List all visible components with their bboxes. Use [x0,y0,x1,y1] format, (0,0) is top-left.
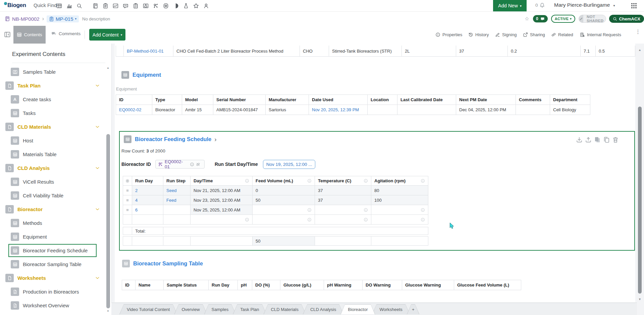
equipment-column-header[interactable]: Date Used [309,94,368,105]
tasklist-icon[interactable] [133,3,139,9]
sampling-column-header[interactable]: DO (%) [252,280,280,290]
chevron-down-icon[interactable] [95,83,100,88]
info-icon[interactable] [421,179,425,183]
barchart-icon[interactable] [66,3,72,9]
feeding-cell[interactable]: 2 [132,186,163,195]
equipment-column-header[interactable]: Type [152,94,182,105]
collapse-panel-icon[interactable] [4,31,11,38]
user-menu[interactable]: Mary Pierce-Burlingame ▾ [554,2,615,8]
tab-contents[interactable]: Contents [13,26,46,44]
sidebar-scrollbar-thumb[interactable] [106,134,110,308]
sidebar-item-worksheets[interactable]: Worksheets [0,271,105,285]
biogen-logo[interactable]: Biogen [4,2,26,9]
equipment-column-header[interactable]: Location [368,94,397,105]
sampling-column-header[interactable]: Glucose Warning [402,280,454,290]
sampling-column-header[interactable]: pH Warning [324,280,363,290]
scroll-down-arrow[interactable]: ▼ [637,298,643,301]
equipment-column-header[interactable]: Serial Number [213,94,266,105]
scrollbar-thumb[interactable] [638,107,642,294]
feeding-column-header[interactable]: Agitation (rpm) [371,176,428,186]
sheet-tab-bioreactor[interactable]: Bioreactor [340,304,375,314]
info-icon[interactable] [307,179,312,183]
feeding-row[interactable]: ≡4FeedNov 23, 2025, 12:00 AM5037100 [123,195,428,205]
sampling-column-header[interactable]: Glucose (g/L) [280,280,324,290]
feeding-cell[interactable] [315,215,371,225]
info-icon[interactable] [364,179,368,183]
feeding-column-header[interactable]: Run Step [163,176,191,186]
equipment-column-header[interactable]: Comments [516,94,550,105]
hexbadge-icon[interactable] [163,3,169,9]
sidebar-item-worksheet-overview[interactable]: Worksheet Overview [0,299,105,312]
sidebar-item-equipment[interactable]: Equipment [0,230,105,244]
favorite-star-icon[interactable] [525,15,529,22]
breadcrumb-notebook[interactable]: NB-MP0002 [12,16,40,22]
sidebar-item-vicell-results[interactable]: ViCell Results [0,175,105,189]
feeding-cell[interactable]: 80 [371,186,428,195]
equipment-data-row[interactable]: EQ0002-02BioreactorAmbr 15AMB15-2024-001… [116,105,590,115]
feeding-cell[interactable]: Feed [163,195,191,205]
feeding-cell[interactable]: 37 [315,195,371,205]
overflow-menu-icon[interactable]: ⋮ [635,30,640,33]
feeding-cell[interactable]: 4 [132,195,163,205]
feeding-cell[interactable] [163,205,191,215]
bioreactor-id-field[interactable]: EQ0002-01 [155,160,205,169]
feeding-cell[interactable]: 6 [132,205,163,215]
sidebar-scroll-down[interactable]: ▼ [105,310,111,313]
related-button[interactable]: Related [551,31,573,38]
sampling-column-header[interactable]: DO Warning [363,280,402,290]
drag-handle-icon[interactable]: ≡ [126,188,129,193]
search-icon[interactable] [76,3,82,9]
feeding-cell[interactable] [253,215,315,225]
sampling-column-header[interactable]: Name [136,280,164,290]
column-settings-cell[interactable] [123,176,132,186]
row-handle-cell[interactable]: ≡ [123,186,132,195]
equipment-column-header[interactable]: Next PM Date [456,94,516,105]
sheet-tab-video-tutorial-content[interactable]: Video Tutorial Content [119,304,177,314]
history-button[interactable]: History [468,31,489,38]
sidebar-item-tasks[interactable]: Tasks [0,106,105,120]
feeding-cell[interactable] [371,215,428,225]
method-row-cell[interactable]: BP-Method-001-01 [124,46,173,57]
grid-icon[interactable] [56,3,62,9]
feeding-cell[interactable] [132,215,163,225]
feeding-cell[interactable]: Seed [163,186,191,195]
sidebar-item-materials-table[interactable]: Materials Table [0,147,105,161]
drag-handle-icon[interactable]: ≡ [126,207,129,212]
main-scrollbar[interactable]: ▲ ▼ [637,44,643,315]
chevron-down-icon[interactable] [95,166,100,171]
feeding-row[interactable]: ≡2SeedNov 21, 2025, 12:00 AM03780 [123,186,428,195]
sidebar-item-cld-analysis[interactable]: CLD Analysis [0,161,105,175]
sidebar-item-bioreactor-feeding-schedule[interactable]: Bioreactor Feeding Schedule [0,244,105,257]
sidebar-item-bioreactor[interactable]: Bioreactor [0,202,105,216]
sidebar-item-samples-table[interactable]: Samples Table [0,65,105,79]
add-sheet-tab[interactable]: + [407,304,420,314]
sheet-tab-overview[interactable]: Overview [174,304,207,314]
properties-button[interactable]: Properties [435,31,462,38]
gear-icon[interactable] [125,179,130,183]
copy-icon[interactable] [603,136,610,143]
sheet-tab-cld-materials[interactable]: CLD Materials [264,304,306,314]
feeding-cell[interactable]: 0 [253,186,315,195]
sheet-tab-task-plan[interactable]: Task Plan [233,304,266,314]
row-handle-cell[interactable]: ≡ [123,205,132,215]
feeding-cell[interactable]: Nov 21, 2025, 12:00 AM [191,186,253,195]
sidebar-item-methods[interactable]: Methods [0,216,105,230]
comments-count-pill[interactable]: 0 [533,15,548,22]
feeding-cell[interactable]: 100 [371,195,428,205]
sampling-section-title[interactable]: Bioreactor Sampling Table [122,260,203,267]
notebook-icon[interactable] [93,3,98,9]
feeding-section-title[interactable]: Bioreactor Feeding Schedule › [124,135,217,143]
feeding-column-header[interactable]: Feed Volume (mL) [253,176,315,186]
feeding-cell[interactable]: Nov 25, 2025, 12:00 AM [191,205,253,215]
status-badge[interactable]: ACTIVE ▾ [551,15,575,23]
scroll-up-arrow[interactable]: ▲ [637,48,643,52]
chevron-down-icon[interactable] [95,207,100,212]
sampleflask-icon[interactable] [143,3,149,9]
sidebar-item-cell-viability-table[interactable]: Cell Viability Table [0,189,105,202]
feeding-column-header[interactable]: Temperature (C) [315,176,371,186]
row-handle-cell[interactable]: ≡ [123,195,132,205]
sidebar-item-production-in-bioreactors[interactable]: Production in Bioreactors [0,285,105,299]
sampling-column-header[interactable]: Glucose Feed Volume (L) [454,280,521,290]
method-table-row[interactable]: BP-Method-001-01CHO Cell Fed-Batch 2 Lit… [116,46,635,57]
info-icon[interactable] [190,162,194,167]
